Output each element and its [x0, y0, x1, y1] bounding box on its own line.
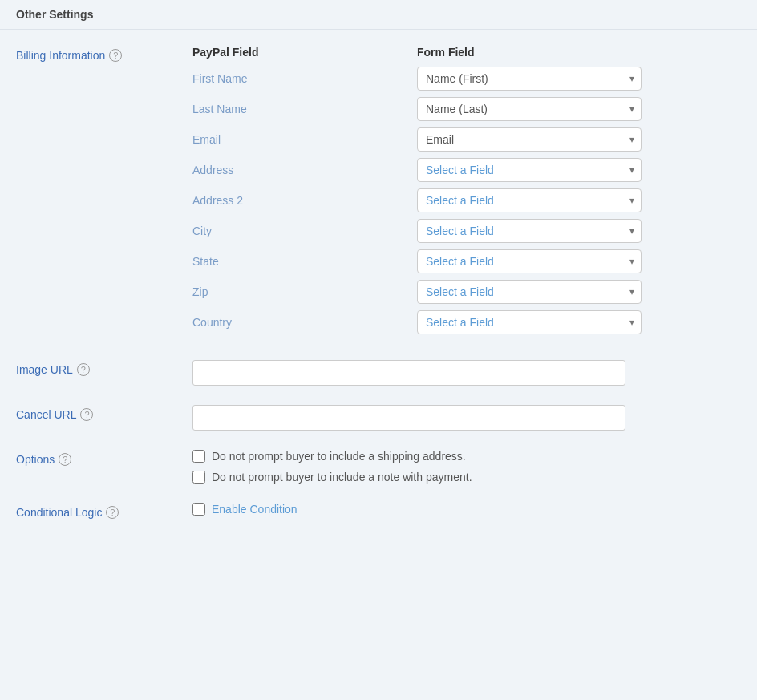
paypal-field-name-8: Country: [192, 316, 417, 329]
image-url-content: [192, 360, 741, 386]
paypal-field-name-3: Address: [192, 164, 417, 176]
note-checkbox[interactable]: [192, 471, 205, 484]
options-label: Options ?: [16, 450, 192, 466]
options-help-icon[interactable]: ?: [59, 453, 71, 466]
select-wrapper-2[interactable]: Email ▾ Email: [417, 127, 642, 152]
cancel-url-label: Cancel URL ?: [16, 405, 192, 421]
cancel-url-content: [192, 405, 741, 431]
enable-condition-label[interactable]: Enable Condition: [212, 503, 298, 516]
form-field-select-7: Select a Field ▾ Select a Field: [417, 280, 741, 304]
form-col-header: Form Field: [417, 46, 741, 59]
select-wrapper-7[interactable]: Select a Field ▾ Select a Field: [417, 280, 642, 304]
cancel-url-help-icon[interactable]: ?: [80, 408, 93, 421]
form-field-select-4: Select a Field ▾ Select a Field: [417, 188, 741, 212]
conditional-logic-label: Conditional Logic ?: [16, 503, 192, 519]
billing-field-row-1: Last Name Name (Last) ▾ Name (Last): [192, 97, 741, 121]
select-wrapper-0[interactable]: Name (First) ▾ Name (First): [417, 67, 642, 91]
form-field-select-1: Name (Last) ▾ Name (Last): [417, 97, 741, 121]
billing-field-row-3: Address Select a Field ▾ Select a Field: [192, 158, 741, 182]
billing-header: PayPal Field Form Field: [192, 46, 741, 59]
billing-field-row-5: City Select a Field ▾ Select a Field: [192, 219, 741, 243]
section-title: Other Settings: [0, 0, 757, 30]
note-checkbox-label[interactable]: Do not prompt buyer to include a note wi…: [212, 471, 472, 484]
conditional-logic-content: Enable Condition: [192, 503, 741, 516]
options-row: Options ? Do not prompt buyer to include…: [16, 450, 741, 484]
billing-field-row-2: Email Email ▾ Email: [192, 127, 741, 152]
settings-body: Billing Information ? PayPal Field Form …: [0, 30, 757, 554]
settings-container: Other Settings Billing Information ? Pay…: [0, 0, 757, 700]
paypal-col-header: PayPal Field: [192, 46, 417, 59]
billing-field-row-7: Zip Select a Field ▾ Select a Field: [192, 280, 741, 304]
select-wrapper-8[interactable]: Select a Field ▾ Select a Field: [417, 310, 642, 334]
billing-table: PayPal Field Form Field First Name Name …: [192, 46, 741, 334]
select-wrapper-5[interactable]: Select a Field ▾ Select a Field: [417, 219, 642, 243]
select-wrapper-3[interactable]: Select a Field ▾ Select a Field: [417, 158, 642, 182]
paypal-field-name-5: City: [192, 225, 417, 237]
cancel-url-input[interactable]: [192, 405, 625, 431]
shipping-checkbox[interactable]: [192, 450, 205, 463]
select-wrapper-6[interactable]: Select a Field ▾ Select a Field: [417, 249, 642, 273]
billing-field-row-6: State Select a Field ▾ Select a Field: [192, 249, 741, 273]
cancel-url-row: Cancel URL ?: [16, 405, 741, 431]
billing-field-row-0: First Name Name (First) ▾ Name (First): [192, 67, 741, 91]
image-url-label: Image URL ?: [16, 360, 192, 376]
billing-label: Billing Information ?: [16, 46, 192, 62]
paypal-field-name-2: Email: [192, 133, 417, 146]
options-content: Do not prompt buyer to include a shippin…: [192, 450, 741, 484]
paypal-field-name-6: State: [192, 255, 417, 268]
billing-content: PayPal Field Form Field First Name Name …: [192, 46, 741, 341]
form-field-select-3: Select a Field ▾ Select a Field: [417, 158, 741, 182]
select-wrapper-1[interactable]: Name (Last) ▾ Name (Last): [417, 97, 642, 121]
form-field-select-5: Select a Field ▾ Select a Field: [417, 219, 741, 243]
enable-condition-wrapper: Enable Condition: [192, 503, 741, 516]
form-field-select-6: Select a Field ▾ Select a Field: [417, 249, 741, 273]
billing-field-row-4: Address 2 Select a Field ▾ Select a Fiel…: [192, 188, 741, 212]
paypal-field-name-4: Address 2: [192, 194, 417, 207]
enable-condition-checkbox[interactable]: [192, 503, 205, 516]
form-field-select-2: Email ▾ Email: [417, 127, 741, 152]
options-checkbox-item-1: Do not prompt buyer to include a shippin…: [192, 450, 741, 463]
paypal-field-name-1: Last Name: [192, 103, 417, 115]
paypal-field-name-0: First Name: [192, 72, 417, 85]
options-checkbox-item-2: Do not prompt buyer to include a note wi…: [192, 471, 741, 484]
billing-row-group: Billing Information ? PayPal Field Form …: [16, 46, 741, 341]
select-wrapper-4[interactable]: Select a Field ▾ Select a Field: [417, 188, 642, 212]
shipping-checkbox-label[interactable]: Do not prompt buyer to include a shippin…: [212, 450, 466, 463]
conditional-logic-row: Conditional Logic ? Enable Condition: [16, 503, 741, 519]
options-checkbox-group: Do not prompt buyer to include a shippin…: [192, 450, 741, 484]
image-url-help-icon[interactable]: ?: [77, 363, 90, 376]
form-field-select-0: Name (First) ▾ Name (First): [417, 67, 741, 91]
image-url-input[interactable]: [192, 360, 625, 386]
billing-field-row-8: Country Select a Field ▾ Select a Field: [192, 310, 741, 334]
conditional-logic-help-icon[interactable]: ?: [106, 506, 119, 519]
billing-help-icon[interactable]: ?: [109, 49, 122, 62]
image-url-row: Image URL ?: [16, 360, 741, 386]
form-field-select-8: Select a Field ▾ Select a Field: [417, 310, 741, 334]
paypal-field-name-7: Zip: [192, 285, 417, 298]
